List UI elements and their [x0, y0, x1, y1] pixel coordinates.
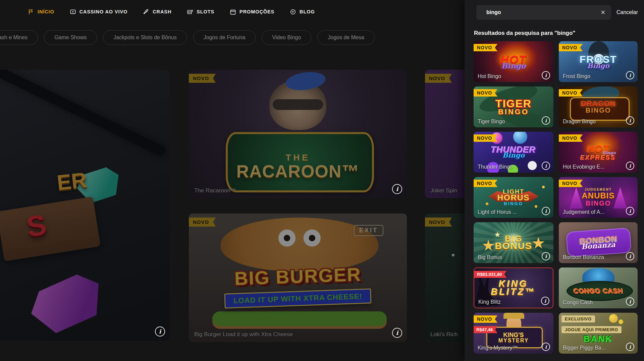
- new-badge: NOVO: [189, 218, 216, 227]
- game-artwork: BIG BURGERLOAD IT UP WITH XTRA CHEESE!EX…: [189, 214, 407, 342]
- game-title: Congo Cash: [563, 300, 625, 306]
- nav-item-label: BLOG: [300, 9, 315, 14]
- exit-sign: EXIT: [354, 225, 383, 236]
- search-panel: ✕ Cancelar Resultados da pesquisa para "…: [465, 0, 644, 361]
- search-result-tile-bonbon-bonanza[interactable]: BONBONBonanzaBonbon Bonanzai: [559, 222, 638, 263]
- new-badge: NOVO: [559, 180, 583, 187]
- filter-pill-game-shows[interactable]: Game Shows: [44, 30, 97, 45]
- jackpot-amount-badge: R$47,46: [474, 326, 497, 333]
- search-result-tile-king-blitz[interactable]: KINGBLITZ™R$83.031,80King Blitzi: [474, 267, 553, 308]
- filter-pill-jackpots-e-slots-de-b-nus[interactable]: Jackpots e Slots de Bônus: [103, 30, 187, 45]
- info-icon[interactable]: i: [392, 328, 402, 338]
- nav-item-blog[interactable]: BLOG: [290, 9, 315, 15]
- info-icon[interactable]: i: [626, 116, 634, 125]
- search-input-wrap: ✕: [476, 5, 611, 20]
- search-results-title: Resultados da pesquisa para "bingo": [474, 30, 638, 37]
- game-title: Tiger Bingo: [478, 119, 541, 125]
- info-icon[interactable]: i: [392, 184, 402, 194]
- search-result-tile-hot-bingo[interactable]: HOTBingoNOVOHot Bingoi: [474, 41, 553, 82]
- search-result-tile-tiger-bingo[interactable]: TIGERBINGONOVOTiger Bingoi: [474, 86, 553, 127]
- nav-item-label: INÍCIO: [38, 9, 54, 14]
- new-badge: NOVO: [559, 134, 583, 142]
- game-title: Big Bonus: [478, 254, 541, 260]
- play-here-first-badge: JOGUE AQUI PRIMEIRO: [561, 326, 622, 333]
- nav-item-slots[interactable]: SLOTS: [187, 9, 214, 15]
- game-title: Loki's Rich: [430, 331, 458, 338]
- info-icon[interactable]: i: [626, 343, 634, 351]
- info-icon[interactable]: i: [626, 207, 634, 215]
- game-title: The Racaroon™: [194, 187, 236, 194]
- nav-item-label: SLOTS: [197, 9, 214, 14]
- nav-item-in-cio[interactable]: INÍCIO: [28, 9, 54, 15]
- info-icon[interactable]: i: [541, 297, 549, 305]
- game-title: Thunder Bingo: [478, 164, 541, 170]
- search-result-tile-king-s-mystery[interactable]: KING'SMYSTERYNOVOR$47,46King's Mystery™i: [474, 313, 553, 354]
- blog-icon: [290, 9, 296, 15]
- info-icon[interactable]: i: [542, 116, 550, 125]
- info-icon[interactable]: i: [155, 326, 165, 337]
- filter-pill-video-bingo[interactable]: Video Bingo: [262, 30, 311, 45]
- new-badge: NOVO: [474, 315, 497, 323]
- info-icon[interactable]: i: [542, 252, 550, 260]
- new-badge: NOVO: [474, 134, 497, 142]
- clear-search-icon[interactable]: ✕: [599, 8, 607, 16]
- search-result-tile-judgement-of-a[interactable]: JUDGEMENTANUBISBINGONOVOJudgement of A..…: [559, 177, 638, 218]
- flag-icon: [28, 9, 34, 15]
- new-badge: NOVO: [474, 180, 497, 187]
- search-bar-row: ✕ Cancelar: [465, 0, 644, 20]
- live-casino-icon: [70, 9, 76, 15]
- info-icon[interactable]: i: [542, 162, 550, 170]
- nav-item-crash[interactable]: CRASH: [143, 9, 171, 15]
- new-badge: NOVO: [474, 89, 497, 97]
- game-artwork: ERS: [0, 70, 170, 341]
- game-logo: BIG BURGERLOAD IT UP WITH XTRA CHEESE!: [189, 214, 407, 342]
- search-results-grid: HOTBingoNOVOHot BingoiFROSTBingoNOVOFros…: [474, 41, 638, 354]
- game-logo: ERS: [0, 70, 170, 341]
- exclusive-badge: EXCLUSIVO: [561, 315, 595, 322]
- game-title: Light of Horus ...: [478, 209, 541, 215]
- game-title: Judgement of A...: [563, 209, 625, 215]
- new-badge: NOVO: [474, 44, 497, 51]
- new-badge: NOVO: [189, 74, 216, 83]
- jackpot-amount-badge: R$83.031,80: [474, 271, 506, 278]
- filter-pill-crash-e-mines[interactable]: Crash e Mines: [0, 30, 38, 45]
- info-icon[interactable]: i: [626, 71, 634, 79]
- new-badge: NOVO: [559, 44, 583, 51]
- new-badge: NOVO: [559, 89, 583, 97]
- filter-pill-jogos-de-mesa[interactable]: Jogos de Mesa: [317, 30, 375, 45]
- search-result-tile-bigger-piggy-ba[interactable]: BANKEXCLUSIVOJOGUE AQUI PRIMEIROBigger P…: [559, 313, 638, 354]
- nav-item-promo-es[interactable]: PROMOÇÕES: [230, 9, 274, 15]
- search-result-tile-big-bonus[interactable]: BIGBONUSBig Bonusi: [474, 222, 553, 263]
- slots-icon: [187, 9, 193, 15]
- game-title: Dragon Bingo: [563, 119, 625, 125]
- filter-pill-jogos-de-fortuna[interactable]: Jogos de Fortuna: [193, 30, 256, 45]
- game-title: Bigger Piggy Ba...: [563, 345, 625, 351]
- game-title: Joker Spin: [430, 187, 457, 194]
- search-input[interactable]: [476, 5, 611, 20]
- info-icon[interactable]: i: [626, 162, 634, 170]
- search-result-tile-frost-bingo[interactable]: FROSTBingoNOVOFrost Bingoi: [559, 41, 638, 82]
- new-badge: NOVO: [425, 74, 452, 83]
- search-result-tile-light-of-horus[interactable]: LIGHTHORUSBINGONOVOLight of Horus ...i: [474, 177, 553, 218]
- promotions-icon: [230, 9, 236, 15]
- info-icon[interactable]: i: [542, 71, 550, 79]
- nav-item-label: CASSINO AO VIVO: [79, 9, 127, 14]
- info-icon[interactable]: i: [626, 252, 634, 260]
- game-artwork: THERACAROON™: [189, 70, 407, 198]
- main-game-tile-big-burger[interactable]: BIG BURGERLOAD IT UP WITH XTRA CHEESE!EX…: [189, 214, 407, 342]
- search-result-tile-congo-cash[interactable]: CONGO CASHCongo Cashi: [559, 267, 638, 308]
- game-title: Hot Evobingo E...: [563, 164, 625, 170]
- main-game-tile-the-racaroon[interactable]: THERACAROON™NOVOThe Racaroon™i: [189, 70, 407, 198]
- cancel-search-button[interactable]: Cancelar: [616, 9, 638, 15]
- search-result-tile-hot-evobingo-e[interactable]: HOTBingoEXPRESSNOVOHot Evobingo E...i: [559, 132, 638, 173]
- info-icon[interactable]: i: [542, 343, 550, 351]
- game-title: Hot Bingo: [478, 73, 541, 79]
- game-title: Bonbon Bonanza: [563, 254, 625, 260]
- main-game-tile-mines-game-partially-visible[interactable]: ERSi: [0, 70, 170, 341]
- info-icon[interactable]: i: [626, 297, 634, 306]
- nav-item-cassino-ao-vivo[interactable]: CASSINO AO VIVO: [70, 9, 127, 15]
- game-title: King Blitz: [478, 299, 540, 305]
- search-result-tile-thunder-bingo[interactable]: THUNDERBingoNOVOThunder Bingoi: [474, 132, 553, 173]
- info-icon[interactable]: i: [542, 207, 550, 215]
- search-result-tile-dragon-bingo[interactable]: DRAGONBINGONOVODragon Bingoi: [559, 86, 638, 127]
